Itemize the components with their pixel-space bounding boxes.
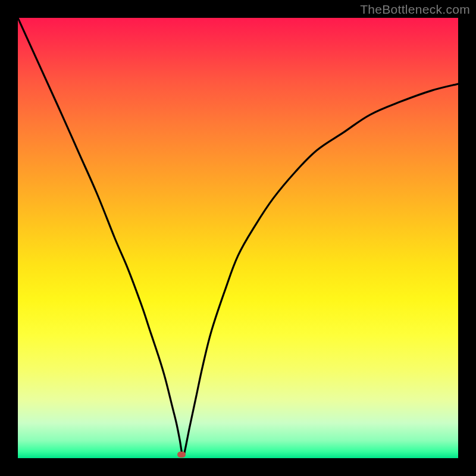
watermark-text: TheBottleneck.com: [360, 2, 470, 17]
bottleneck-curve: [18, 18, 458, 456]
optimum-marker: [177, 452, 186, 458]
chart-frame: TheBottleneck.com: [0, 0, 476, 476]
curve-svg: [18, 18, 458, 458]
plot-area: [18, 18, 458, 458]
